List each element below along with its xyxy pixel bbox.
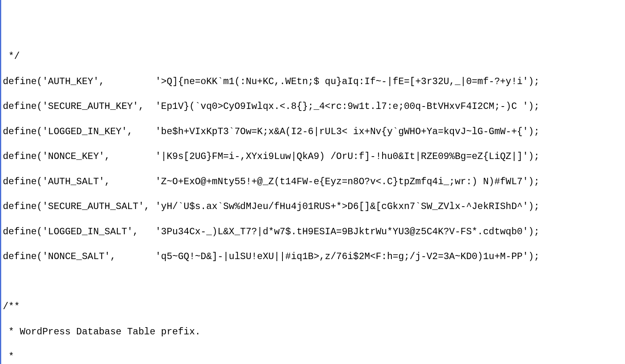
comment-open: /** — [3, 300, 625, 313]
code-line-auth-salt: define('AUTH_SALT', 'Z~O+ExO@+mNty55!+@_… — [3, 175, 625, 188]
code-line-secure-auth-key: define('SECURE_AUTH_KEY', 'Ep1V}(`vq0>Cy… — [3, 100, 625, 113]
code-line-logged-in-salt: define('LOGGED_IN_SALT', '3Pu34Cx-_)L&X_… — [3, 225, 625, 238]
code-line-nonce-key: define('NONCE_KEY', '|K9s[2UG}FM=i-,XYxi… — [3, 150, 625, 163]
code-line-nonce-salt: define('NONCE_SALT', 'q5~GQ!~D&]-|ulSU!e… — [3, 250, 625, 263]
code-line: */ — [3, 50, 625, 62]
comment-line: * — [3, 350, 625, 363]
blank-line — [3, 276, 625, 288]
comment-line: * WordPress Database Table prefix. — [3, 326, 625, 338]
code-line-logged-in-key: define('LOGGED_IN_KEY', 'be$h+VIxKpT3`7O… — [3, 125, 625, 138]
code-line-secure-auth-salt: define('SECURE_AUTH_SALT', 'yH/`U$s.ax`S… — [3, 200, 625, 213]
code-line-auth-key: define('AUTH_KEY', '>Q]{ne=oKK`m1(:Nu+KC… — [3, 75, 625, 88]
